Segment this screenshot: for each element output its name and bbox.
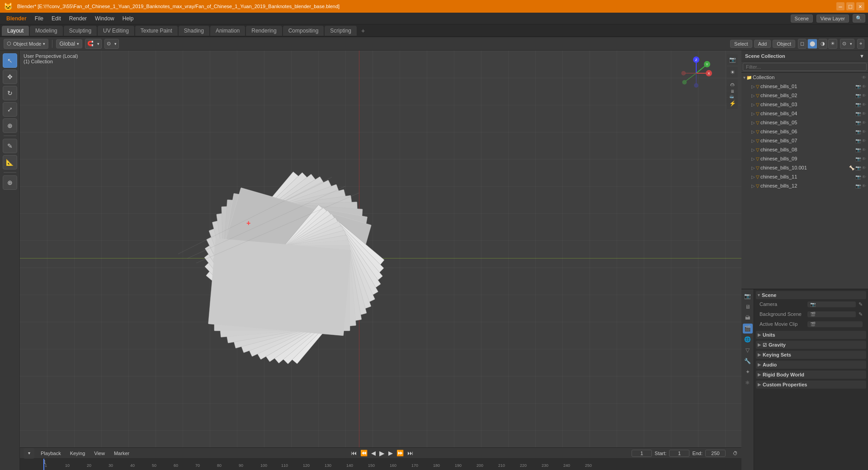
audio-section-header[interactable]: ▶ Audio	[756, 361, 866, 369]
tab-uv-editing[interactable]: UV Editing	[98, 26, 134, 36]
item-camera-icon[interactable]: 📷	[855, 120, 861, 125]
item-camera-icon[interactable]: 📷	[855, 174, 861, 179]
item-camera-icon[interactable]: 📷	[855, 147, 861, 152]
prev-keyframe-btn[interactable]: ◀	[370, 449, 377, 457]
movie-clip-value[interactable]: 🎬	[807, 321, 863, 327]
prop-tab-output[interactable]: 🖥	[743, 302, 753, 312]
item-camera-icon[interactable]: 📷	[855, 84, 861, 89]
global-selector[interactable]: Global ▾	[56, 39, 82, 48]
proportional-edit-btn[interactable]: ⊙ ▾	[104, 39, 119, 49]
next-keyframe-btn[interactable]: ▶	[387, 449, 394, 457]
item-vis-icon[interactable]: 👁	[862, 93, 866, 98]
list-item[interactable]: ▷ ▽ chinese_bills_04 📷 👁	[741, 109, 868, 118]
prop-tab-view-layer[interactable]: 🏔	[743, 313, 753, 323]
playback-btn[interactable]: Playback	[38, 450, 64, 457]
cursor-tool[interactable]: ↖	[3, 53, 17, 68]
scene-selector[interactable]: Scene	[791, 14, 813, 23]
keying-sets-header[interactable]: ▶ Keying Sets	[756, 351, 866, 359]
tab-add[interactable]: +	[358, 25, 368, 36]
tab-rendering[interactable]: Rendering	[246, 26, 282, 36]
item-vis-icon[interactable]: 👁	[862, 84, 866, 89]
close-button[interactable]: ×	[856, 2, 864, 10]
end-frame-input[interactable]	[705, 450, 726, 457]
collection-vis-icon[interactable]: 👁	[862, 75, 866, 80]
play-btn[interactable]: ▶	[378, 448, 386, 458]
view-layer-selector[interactable]: View Layer	[816, 14, 849, 23]
camera-prop-value[interactable]: 📷	[807, 301, 856, 307]
tab-modeling[interactable]: Modeling	[30, 26, 63, 36]
menu-window[interactable]: Window	[91, 14, 118, 23]
list-item[interactable]: ▷ ▽ chinese_bills_03 📷 👁	[741, 100, 868, 109]
viewport-cameras-icon[interactable]: 📷	[727, 54, 738, 65]
transform-tool[interactable]: ⊕	[3, 118, 17, 133]
maximize-button[interactable]: □	[846, 2, 854, 10]
list-item[interactable]: ▷ ▽ chinese_bills_08 📷 👁	[741, 145, 868, 154]
jump-end-btn[interactable]: ⏭	[406, 449, 414, 457]
viewport-icon2[interactable]: ⚡	[727, 98, 738, 109]
custom-props-header[interactable]: ▶ Custom Properties	[756, 381, 866, 389]
measure-tool[interactable]: 📐	[3, 155, 17, 169]
item-camera-icon[interactable]: 📷	[855, 93, 861, 98]
outliner-collection-item[interactable]: ▾ 📁 Collection 👁	[741, 73, 868, 82]
rigid-body-world-header[interactable]: ▶ Rigid Body World	[756, 371, 866, 379]
gravity-checkbox[interactable]: ☑	[763, 343, 767, 348]
item-vis-icon[interactable]: 👁	[862, 102, 866, 107]
item-camera-icon[interactable]: 📷	[855, 111, 861, 116]
search-button[interactable]: 🔍	[853, 14, 865, 23]
next-frame-btn[interactable]: ⏩	[396, 449, 405, 457]
outliner-search-input[interactable]	[743, 63, 867, 71]
item-vis-icon[interactable]: 👁	[862, 147, 866, 152]
magnet-icon[interactable]: 🧲	[85, 39, 95, 48]
keying-btn[interactable]: Keying	[67, 450, 88, 457]
item-vis-icon[interactable]: 👁	[862, 156, 866, 161]
prop-tab-scene[interactable]: 🎬	[743, 324, 753, 334]
annotate-tool[interactable]: ✎	[3, 139, 17, 153]
current-frame-input[interactable]	[632, 450, 652, 457]
material-btn[interactable]: ◑	[818, 39, 827, 49]
tab-shading[interactable]: Shading	[179, 26, 209, 36]
tab-sculpting[interactable]: Sculpting	[64, 26, 97, 36]
bg-scene-value[interactable]: 🎬	[807, 311, 856, 317]
item-camera-icon[interactable]: 📷	[855, 165, 861, 170]
list-item[interactable]: ▷ ▽ chinese_bills_02 📷 👁	[741, 91, 868, 100]
item-vis-icon[interactable]: 👁	[862, 138, 866, 143]
wireframe-btn[interactable]: ◻	[798, 39, 807, 49]
list-item[interactable]: ▷ ▽ chinese_bills_06 📷 👁	[741, 127, 868, 136]
viewport-gizmo[interactable]: Z Y X	[678, 55, 714, 91]
list-item[interactable]: ▷ ▽ chinese_bills_01 📷 👁	[741, 82, 868, 91]
overlay-btn[interactable]: ⊙ ▾	[840, 39, 854, 49]
list-item[interactable]: ▷ ▽ chinese_bills_11 📷 👁	[741, 172, 868, 181]
3d-viewport[interactable]: User Perspective (Local) (1) Collection …	[20, 51, 741, 470]
prop-tab-world[interactable]: 🌐	[743, 334, 753, 344]
prop-tab-physics[interactable]: ⚛	[743, 378, 753, 388]
item-vis-icon[interactable]: 👁	[862, 183, 866, 188]
view-btn[interactable]: View	[91, 450, 108, 457]
add-label[interactable]: Add	[754, 40, 771, 48]
bg-scene-edit-icon[interactable]: ✎	[859, 311, 863, 317]
gravity-section-header[interactable]: ▶ ☑ Gravity	[756, 341, 866, 349]
scale-tool[interactable]: ⤢	[3, 102, 17, 117]
tab-scripting[interactable]: Scripting	[325, 26, 357, 36]
minimize-button[interactable]: –	[836, 2, 844, 10]
prop-tab-object[interactable]: ▽	[743, 345, 753, 355]
add-tool[interactable]: ⊕	[3, 175, 17, 190]
viewport-lights-icon[interactable]: ☀	[727, 67, 738, 78]
item-camera-icon[interactable]: 📷	[855, 183, 861, 188]
list-item[interactable]: ▷ ▽ chinese_bills_10.001 🦴 📷 👁	[741, 163, 868, 172]
solid-btn[interactable]: ⬤	[807, 39, 817, 49]
item-armature-icon[interactable]: 🦴	[849, 165, 854, 170]
start-frame-input[interactable]	[669, 450, 689, 457]
item-vis-icon[interactable]: 👁	[862, 174, 866, 179]
marker-btn[interactable]: Marker	[111, 450, 132, 457]
menu-edit[interactable]: Edit	[48, 14, 65, 23]
timeline-mode-btn[interactable]: ▾	[24, 448, 34, 459]
select-label[interactable]: Select	[730, 40, 752, 48]
viewport-canvas[interactable]: User Perspective (Local) (1) Collection …	[20, 51, 741, 447]
tab-compositing[interactable]: Compositing	[283, 26, 324, 36]
camera-edit-icon[interactable]: ✎	[859, 301, 863, 307]
prev-frame-btn[interactable]: ⏪	[359, 449, 368, 457]
object-label[interactable]: Object	[773, 40, 795, 48]
prop-tab-modifier[interactable]: 🔧	[743, 356, 753, 366]
timeline-ruler[interactable]: 1 1 10 20 30 40 50 60 70 80 90 10	[20, 459, 741, 470]
prop-tab-render[interactable]: 📷	[743, 291, 753, 301]
